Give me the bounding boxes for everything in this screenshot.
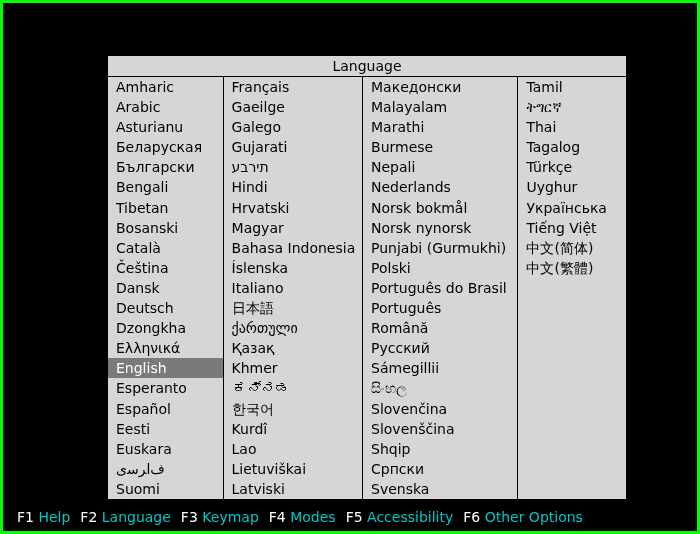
fkey-action: Help (38, 509, 70, 525)
language-option[interactable]: Íslenska (224, 258, 362, 278)
language-option[interactable]: Dansk (108, 278, 223, 298)
language-option[interactable]: Slovenčina (363, 399, 517, 419)
fkey-f6[interactable]: F6 Other Options (463, 509, 583, 525)
language-option[interactable]: Polski (363, 258, 517, 278)
language-option[interactable]: Bahasa Indonesia (224, 238, 362, 258)
fkey-label: F2 (80, 509, 101, 525)
language-option[interactable]: Русский (363, 338, 517, 358)
language-option[interactable]: Hrvatski (224, 198, 362, 218)
language-option[interactable]: Asturianu (108, 117, 223, 137)
language-option[interactable]: Српски (363, 459, 517, 479)
fkey-action: Accessibility (367, 509, 453, 525)
language-option[interactable]: Eesti (108, 419, 223, 439)
language-option[interactable]: Burmese (363, 137, 517, 157)
function-key-bar: F1 HelpF2 LanguageF3 KeymapF4 ModesF5 Ac… (17, 509, 687, 525)
language-option[interactable]: Norsk bokmål (363, 198, 517, 218)
language-columns: AmharicArabicAsturianuБеларускаяБългарск… (108, 77, 626, 499)
language-option[interactable]: Deutsch (108, 298, 223, 318)
language-column: TamilትግርኛThaiTagalogTürkçeUyghurУкраїнсь… (518, 77, 626, 499)
fkey-f3[interactable]: F3 Keymap (181, 509, 259, 525)
language-option[interactable]: Arabic (108, 97, 223, 117)
language-option[interactable]: Dzongkha (108, 318, 223, 338)
language-option[interactable]: 日本語 (224, 298, 362, 318)
language-option[interactable]: ಕನ್ನಡ (224, 378, 362, 398)
language-option[interactable]: Македонски (363, 77, 517, 97)
language-option[interactable]: Українська (518, 198, 626, 218)
language-option[interactable]: Lao (224, 439, 362, 459)
language-option[interactable]: Slovenščina (363, 419, 517, 439)
language-option[interactable]: ქართული (224, 318, 362, 338)
language-option[interactable]: Català (108, 238, 223, 258)
language-option[interactable]: 한국어 (224, 399, 362, 419)
language-option[interactable]: 中文(简体) (518, 238, 626, 258)
language-option[interactable]: Italiano (224, 278, 362, 298)
language-option[interactable]: Tiếng Việt (518, 218, 626, 238)
language-option[interactable]: English (108, 358, 223, 378)
language-option[interactable]: Français (224, 77, 362, 97)
language-option[interactable]: Gaeilge (224, 97, 362, 117)
language-option[interactable]: සිංහල (363, 378, 517, 398)
fkey-label: F4 (269, 509, 290, 525)
fkey-f5[interactable]: F5 Accessibility (346, 509, 454, 525)
language-option[interactable]: Türkçe (518, 157, 626, 177)
language-option[interactable]: Punjabi (Gurmukhi) (363, 238, 517, 258)
language-option[interactable]: 中文(繁體) (518, 258, 626, 278)
language-column: FrançaisGaeilgeGalegoGujaratiתירבעHindiH… (224, 77, 363, 499)
fkey-label: F5 (346, 509, 367, 525)
language-option[interactable]: Svenska (363, 479, 517, 499)
language-option[interactable]: Thai (518, 117, 626, 137)
language-option[interactable]: Shqip (363, 439, 517, 459)
language-option[interactable]: Magyar (224, 218, 362, 238)
language-option[interactable]: Nederlands (363, 177, 517, 197)
dialog-title: Language (108, 56, 626, 77)
language-option[interactable]: Hindi (224, 177, 362, 197)
fkey-label: F3 (181, 509, 202, 525)
language-option[interactable]: Беларуская (108, 137, 223, 157)
language-option[interactable]: Tamil (518, 77, 626, 97)
language-option[interactable]: Lietuviškai (224, 459, 362, 479)
language-dialog: Language AmharicArabicAsturianuБеларуска… (107, 55, 627, 500)
language-option[interactable]: Bengali (108, 177, 223, 197)
language-option[interactable]: Español (108, 399, 223, 419)
language-option[interactable]: Esperanto (108, 378, 223, 398)
fkey-action: Other Options (485, 509, 583, 525)
language-option[interactable]: Euskara (108, 439, 223, 459)
fkey-action: Modes (290, 509, 335, 525)
language-option[interactable]: Română (363, 318, 517, 338)
language-option[interactable]: Nepali (363, 157, 517, 177)
fkey-label: F1 (17, 509, 38, 525)
language-option[interactable]: ትግርኛ (518, 97, 626, 117)
language-option[interactable]: Sámegillii (363, 358, 517, 378)
language-option[interactable]: Bosanski (108, 218, 223, 238)
language-column: МакедонскиMalayalamMarathiBurmeseNepaliN… (363, 77, 518, 499)
language-option[interactable]: Marathi (363, 117, 517, 137)
language-option[interactable]: Қазақ (224, 338, 362, 358)
language-option[interactable]: ﻑﺍﺮﺳی (108, 459, 223, 479)
language-option[interactable]: Malayalam (363, 97, 517, 117)
fkey-f4[interactable]: F4 Modes (269, 509, 336, 525)
language-option[interactable]: Latviski (224, 479, 362, 499)
fkey-action: Keymap (202, 509, 259, 525)
language-option[interactable]: Amharic (108, 77, 223, 97)
language-option[interactable]: Български (108, 157, 223, 177)
fkey-label: F6 (463, 509, 484, 525)
language-option[interactable]: Čeština (108, 258, 223, 278)
language-option[interactable]: Galego (224, 117, 362, 137)
language-option[interactable]: Khmer (224, 358, 362, 378)
language-option[interactable]: Uyghur (518, 177, 626, 197)
language-option[interactable]: Tagalog (518, 137, 626, 157)
fkey-f1[interactable]: F1 Help (17, 509, 70, 525)
language-option[interactable]: Tibetan (108, 198, 223, 218)
language-column: AmharicArabicAsturianuБеларускаяБългарск… (108, 77, 224, 499)
language-option[interactable]: Gujarati (224, 137, 362, 157)
language-option[interactable]: Kurdî (224, 419, 362, 439)
language-option[interactable]: Ελληνικά (108, 338, 223, 358)
language-option[interactable]: Português do Brasil (363, 278, 517, 298)
fkey-action: Language (102, 509, 171, 525)
language-option[interactable]: Norsk nynorsk (363, 218, 517, 238)
language-option[interactable]: תירבע (224, 157, 362, 177)
language-option[interactable]: Português (363, 298, 517, 318)
language-option[interactable]: Suomi (108, 479, 223, 499)
fkey-f2[interactable]: F2 Language (80, 509, 171, 525)
